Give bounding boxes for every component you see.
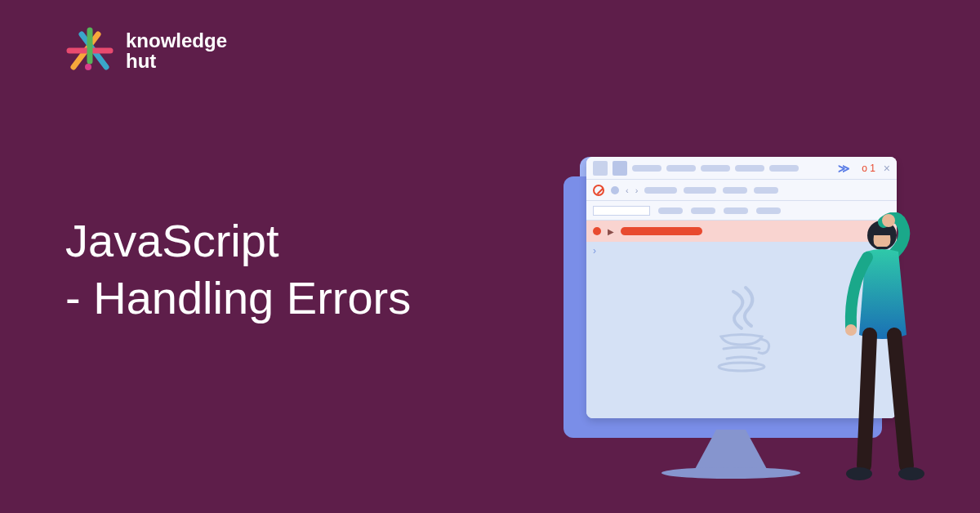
devtools-toolbar-top: ≫ o 1 × xyxy=(586,157,897,180)
expand-arrow-icon: ▶ xyxy=(608,227,614,236)
inspect-icon xyxy=(593,161,608,176)
title-line2: - Handling Errors xyxy=(65,270,411,327)
svg-point-7 xyxy=(882,214,895,227)
title-line1: JavaScript xyxy=(65,212,411,270)
hero-illustration: ≫ o 1 × ‹ › ▶ › xyxy=(564,147,923,490)
svg-point-10 xyxy=(898,467,924,480)
option-pill xyxy=(658,207,683,214)
brand-wordmark: knowledge hut xyxy=(126,30,227,71)
filter-input xyxy=(593,206,650,216)
option-pill xyxy=(724,207,748,214)
brand-line2: hut xyxy=(126,51,227,71)
error-message-bar xyxy=(621,227,702,235)
tab-pill xyxy=(769,165,799,172)
chevron-right-icon: › xyxy=(635,185,639,195)
java-logo-icon xyxy=(709,283,774,377)
tab-pill xyxy=(701,165,730,172)
brand-logo-area: knowledge hut xyxy=(65,26,227,75)
prompt-chevron-icon: › xyxy=(593,245,596,256)
option-pill xyxy=(691,207,715,214)
monitor-base xyxy=(662,467,800,479)
filter-pill xyxy=(723,187,747,194)
confused-person-illustration xyxy=(833,212,931,490)
svg-point-8 xyxy=(845,324,857,336)
overflow-chevron-icon: ≫ xyxy=(838,162,850,175)
tab-pill xyxy=(666,165,696,172)
filter-pill xyxy=(754,187,778,194)
tab-pill xyxy=(632,165,662,172)
brand-logomark xyxy=(65,26,114,75)
page-title: JavaScript - Handling Errors xyxy=(65,212,411,327)
clear-console-icon xyxy=(593,185,604,196)
record-icon xyxy=(611,186,619,194)
close-icon: × xyxy=(884,162,890,175)
error-dot-icon xyxy=(593,227,601,235)
filter-pill xyxy=(684,187,716,194)
option-pill xyxy=(756,207,781,214)
tab-pill xyxy=(735,165,764,172)
devtools-toolbar-filter: ‹ › xyxy=(586,180,897,201)
brand-line1: knowledge xyxy=(126,30,227,51)
svg-point-5 xyxy=(719,363,764,371)
svg-point-9 xyxy=(846,467,872,480)
error-count-badge: o 1 xyxy=(862,163,875,174)
chevron-left-icon: ‹ xyxy=(626,185,629,195)
svg-point-4 xyxy=(85,64,91,70)
device-icon xyxy=(612,161,627,176)
filter-pill xyxy=(644,187,677,194)
